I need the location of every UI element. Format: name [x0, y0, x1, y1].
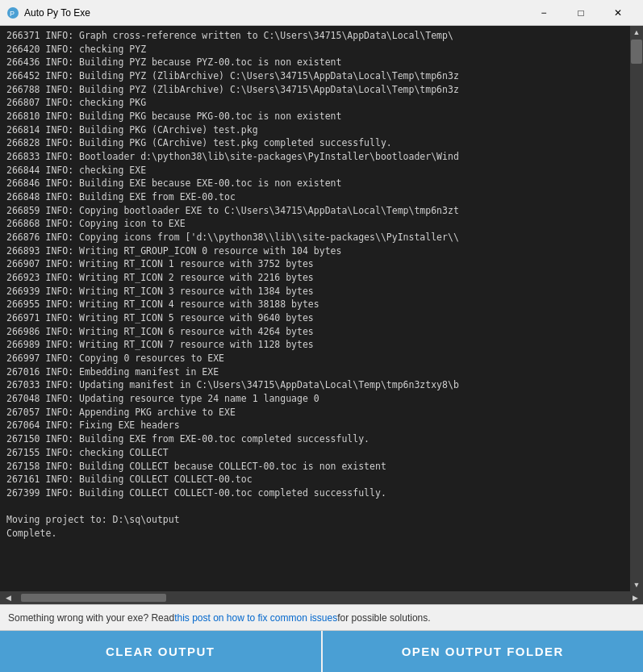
h-scroll-track[interactable]: [15, 594, 628, 602]
info-link[interactable]: this post on how to fix common issues: [174, 612, 337, 624]
vertical-scrollbar[interactable]: ▲ ▼: [630, 26, 643, 591]
window-controls: − □ ✕: [525, 0, 637, 26]
scroll-left-arrow[interactable]: ◀: [2, 591, 15, 604]
minimize-button[interactable]: −: [525, 0, 562, 26]
window-title: Auto Py To Exe: [24, 7, 525, 19]
close-button[interactable]: ✕: [599, 0, 637, 26]
scroll-track[interactable]: [630, 39, 643, 578]
title-bar: P Auto Py To Exe − □ ✕: [0, 0, 643, 26]
scroll-up-arrow[interactable]: ▲: [630, 26, 643, 39]
info-suffix: for possible solutions.: [337, 612, 430, 624]
scroll-thumb[interactable]: [631, 40, 642, 64]
scroll-right-arrow[interactable]: ▶: [628, 591, 641, 604]
info-bar: Something wrong with your exe? Read this…: [0, 604, 643, 630]
clear-output-button[interactable]: CLEAR OUTPUT: [0, 631, 321, 672]
app-icon: P: [6, 6, 19, 19]
scroll-down-arrow[interactable]: ▼: [630, 578, 643, 591]
svg-text:P: P: [10, 10, 15, 18]
info-prefix: Something wrong with your exe? Read: [8, 612, 174, 624]
bottom-buttons: CLEAR OUTPUT OPEN OUTPUT FOLDER: [0, 630, 643, 672]
maximize-button[interactable]: □: [562, 0, 599, 26]
main-content: 266371 INFO: Graph cross-reference writt…: [0, 26, 643, 604]
console-text: 266371 INFO: Graph cross-reference writt…: [0, 29, 630, 541]
console-wrapper: 266371 INFO: Graph cross-reference writt…: [0, 26, 643, 591]
open-output-folder-button[interactable]: OPEN OUTPUT FOLDER: [323, 631, 644, 672]
console-output[interactable]: 266371 INFO: Graph cross-reference writt…: [0, 26, 630, 591]
horizontal-scrollbar[interactable]: ◀ ▶: [0, 591, 643, 604]
h-scroll-thumb[interactable]: [21, 594, 166, 602]
